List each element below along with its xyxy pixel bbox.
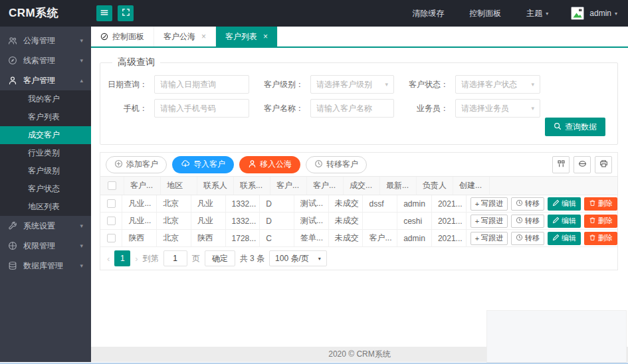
control-panel-link[interactable]: 控制面板 <box>469 8 501 19</box>
table-cell: dssf <box>363 195 397 212</box>
sidebar-subitem-customer-list[interactable]: 客户列表 <box>0 108 91 126</box>
avatar[interactable] <box>571 7 584 20</box>
sidebar-item-label: 客户管理 <box>23 75 80 86</box>
table-cell: 1332... <box>226 195 261 212</box>
globe-icon <box>8 241 17 250</box>
sidebar-item-public-sea[interactable]: 公海管理 ▾ <box>0 31 91 50</box>
transfer-customer-button[interactable]: 转移客户 <box>306 156 367 173</box>
user-dropdown[interactable]: admin ▾ <box>589 9 617 18</box>
sidebar-item-label: 系统设置 <box>23 221 80 232</box>
sidebar-subitem-closed-customers[interactable]: 成交客户 <box>0 126 91 144</box>
sidebar-subitem-customer-level[interactable]: 客户级别 <box>0 162 91 180</box>
topbar: 清除缓存 控制面板 主题 ▾ admin ▾ <box>91 0 628 27</box>
export-button[interactable] <box>574 156 591 173</box>
table-cell: ceshi <box>397 213 432 229</box>
table-row: 陕西 北京 陕西 1728... C 签单... 未成交 客户... admin… <box>100 230 617 247</box>
move-to-sea-button[interactable]: 移入公海 <box>239 156 300 173</box>
date-query-input[interactable] <box>154 75 249 94</box>
sidebar-item-label: 线索管理 <box>23 55 80 66</box>
table-cell: 北京 <box>157 213 191 229</box>
write-followup-button[interactable]: +写跟进 <box>471 197 508 211</box>
add-customer-button[interactable]: 添加客户 <box>106 156 167 173</box>
tab-customer-list[interactable]: 客户列表 × <box>216 27 278 46</box>
table-cell: 客户... <box>363 230 397 246</box>
table-cell: 测试... <box>294 213 329 229</box>
clear-cache-link[interactable]: 清除缓存 <box>412 8 444 19</box>
customer-status-select[interactable]: 请选择客户状态 ▾ <box>455 75 540 94</box>
sales-rep-select[interactable]: 请选择业务员 ▾ <box>455 99 540 118</box>
sidebar-subitem-my-customers[interactable]: 我的客户 <box>0 90 91 108</box>
table-cell: 2021... <box>432 213 467 229</box>
select-all-checkbox[interactable] <box>108 181 116 190</box>
query-row-1: 日期查询： 客户级别： 请选择客户级别 ▾ 客户状态： 请选择客户状态 ▾ <box>100 75 617 94</box>
sidebar-subitem-region-list[interactable]: 地区列表 <box>0 198 91 216</box>
pencil-icon <box>552 199 560 208</box>
columns-filter-icon <box>557 159 566 170</box>
row-checkbox[interactable] <box>107 234 116 242</box>
customer-name-input[interactable] <box>310 99 394 118</box>
transfer-button[interactable]: 转移 <box>511 232 544 245</box>
customer-level-select[interactable]: 请选择客户级别 ▾ <box>310 75 394 94</box>
print-button[interactable] <box>595 156 612 173</box>
transfer-button[interactable]: 转移 <box>511 197 544 211</box>
filter-columns-button[interactable] <box>552 156 570 173</box>
close-icon[interactable]: × <box>263 32 268 41</box>
table-cell: 陕西 <box>122 230 157 246</box>
sidebar-subitem-customer-status[interactable]: 客户状态 <box>0 180 91 198</box>
tab-bar: 控制面板 客户公海 × 客户列表 × <box>91 27 628 48</box>
tab-control-panel[interactable]: 控制面板 <box>91 27 154 46</box>
customers-submenu: 我的客户 客户列表 成交客户 行业类别 客户级别 客户状态 地区列表 <box>0 90 91 216</box>
query-data-button[interactable]: 查询数据 <box>545 118 605 136</box>
edit-button[interactable]: 编辑 <box>548 232 581 245</box>
sidebar-item-customers[interactable]: 客户管理 ▴ <box>0 70 91 90</box>
chevron-down-icon: ▾ <box>546 11 548 17</box>
column-header: 负责人 <box>417 177 453 195</box>
goto-page-label: 到第 <box>143 253 159 264</box>
transfer-button[interactable]: 转移 <box>511 215 544 228</box>
fullscreen-icon <box>122 8 130 19</box>
write-followup-button[interactable]: +写跟进 <box>471 215 508 228</box>
row-actions: +写跟进 转移 编辑 删除 <box>467 230 617 246</box>
sidebar-subitem-industry-category[interactable]: 行业类别 <box>0 144 91 162</box>
tab-customer-sea[interactable]: 客户公海 × <box>154 27 216 46</box>
chevron-down-icon: ▾ <box>615 11 617 17</box>
close-icon[interactable]: × <box>201 32 206 41</box>
column-header: 客户... <box>270 177 307 195</box>
table-row: 凡业... 北京 凡业 1332... D 测试... 未成交 dssf adm… <box>100 195 617 213</box>
write-followup-button[interactable]: +写跟进 <box>471 232 508 245</box>
theme-dropdown[interactable]: 主题 ▾ <box>526 8 548 19</box>
column-header: 联系人 <box>197 177 234 195</box>
chevron-down-icon: ▾ <box>80 223 83 229</box>
clock-icon <box>516 234 523 242</box>
current-page-button[interactable]: 1 <box>114 250 130 266</box>
chevron-down-icon: ▾ <box>80 242 83 249</box>
prev-page-button[interactable]: ‹ <box>107 254 110 264</box>
table-cell: 未成交 <box>329 195 364 212</box>
phone-input[interactable] <box>154 99 249 118</box>
sidebar-item-system-settings[interactable]: 系统设置 ▾ <box>0 216 91 236</box>
table-cell: 1728... <box>226 230 261 246</box>
sidebar-item-database[interactable]: 数据库管理 ▾ <box>0 256 91 276</box>
advanced-query-title: 高级查询 <box>112 56 160 68</box>
row-checkbox[interactable] <box>107 199 116 208</box>
collapse-menu-button[interactable] <box>96 5 112 21</box>
delete-button[interactable]: 删除 <box>584 215 617 228</box>
delete-button[interactable]: 删除 <box>584 232 617 245</box>
next-page-button[interactable]: › <box>135 254 138 264</box>
clock-icon <box>516 199 523 208</box>
chevron-down-icon: ▾ <box>318 256 321 262</box>
edit-button[interactable]: 编辑 <box>548 197 581 211</box>
confirm-page-button[interactable]: 确定 <box>205 250 235 266</box>
sidebar-item-leads[interactable]: 线索管理 ▾ <box>0 50 91 70</box>
search-icon <box>554 122 562 132</box>
sidebar-item-permissions[interactable]: 权限管理 ▾ <box>0 236 91 256</box>
person-icon <box>248 159 257 170</box>
delete-button[interactable]: 删除 <box>584 197 617 211</box>
fullscreen-button[interactable] <box>118 5 134 21</box>
edit-button[interactable]: 编辑 <box>548 215 581 228</box>
date-query-label: 日期查询： <box>100 79 154 90</box>
page-size-select[interactable]: 100 条/页 ▾ <box>269 250 327 266</box>
goto-page-input[interactable] <box>163 250 187 266</box>
import-customer-button[interactable]: 导入客户 <box>172 156 234 173</box>
row-checkbox[interactable] <box>107 217 116 225</box>
